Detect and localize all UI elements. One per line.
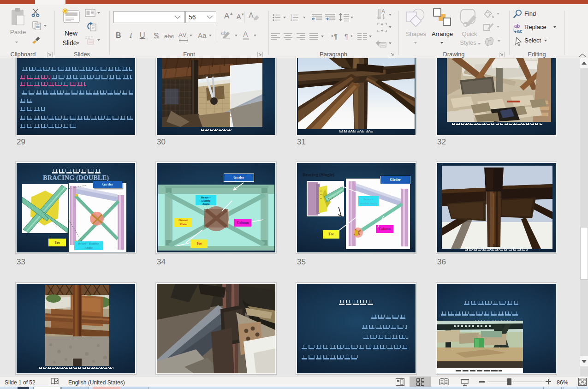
svg-text:3: 3 bbox=[291, 18, 292, 21]
svg-text:ac: ac bbox=[517, 28, 523, 34]
svg-text:¶: ¶ bbox=[334, 33, 338, 40]
svg-text:¶: ¶ bbox=[344, 33, 348, 40]
svg-text:A: A bbox=[381, 9, 385, 15]
